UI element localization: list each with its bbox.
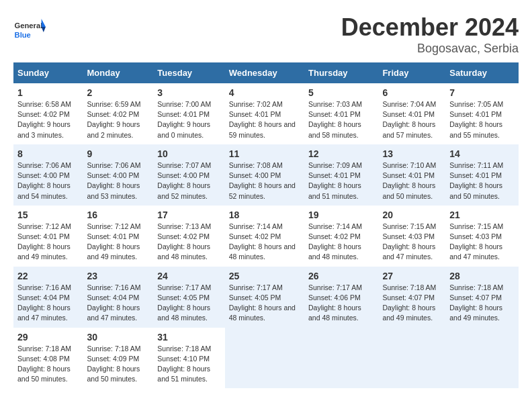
svg-text:General: General [15, 21, 43, 30]
col-wednesday: Wednesday [225, 62, 304, 83]
day-number: 11 [229, 148, 300, 159]
svg-text:Blue: Blue [15, 31, 31, 39]
calendar-cell: 2 Sunrise: 6:59 AMSunset: 4:02 PMDayligh… [83, 83, 154, 144]
day-number: 5 [308, 87, 374, 98]
day-number: 8 [17, 148, 79, 159]
day-info: Sunrise: 7:10 AMSunset: 4:01 PMDaylight:… [382, 161, 441, 201]
calendar-cell: 30 Sunrise: 7:18 AMSunset: 4:09 PMDaylig… [83, 328, 154, 389]
calendar-cell [304, 328, 378, 389]
day-number: 9 [87, 148, 150, 159]
calendar-cell: 31 Sunrise: 7:18 AMSunset: 4:10 PMDaylig… [153, 328, 224, 389]
day-number: 12 [308, 148, 374, 159]
calendar-cell: 14 Sunrise: 7:11 AMSunset: 4:01 PMDaylig… [445, 144, 519, 205]
day-number: 22 [17, 271, 79, 281]
calendar-header: Sunday Monday Tuesday Wednesday Thursday… [13, 62, 519, 83]
day-info: Sunrise: 7:15 AMSunset: 4:03 PMDaylight:… [449, 222, 515, 263]
calendar-cell: 9 Sunrise: 7:06 AMSunset: 4:00 PMDayligh… [83, 144, 154, 205]
day-number: 21 [449, 210, 515, 220]
day-number: 4 [229, 87, 300, 98]
day-number: 14 [449, 148, 515, 159]
day-number: 18 [229, 210, 300, 220]
calendar-cell: 6 Sunrise: 7:04 AMSunset: 4:01 PMDayligh… [378, 83, 445, 144]
day-info: Sunrise: 7:18 AMSunset: 4:08 PMDaylight:… [17, 344, 79, 385]
day-number: 19 [308, 210, 374, 220]
calendar-cell: 20 Sunrise: 7:15 AMSunset: 4:03 PMDaylig… [378, 205, 445, 267]
day-info: Sunrise: 7:02 AMSunset: 4:01 PMDaylight:… [229, 99, 300, 140]
calendar-cell: 28 Sunrise: 7:18 AMSunset: 4:07 PMDaylig… [445, 267, 519, 328]
day-info: Sunrise: 7:18 AMSunset: 4:07 PMDaylight:… [449, 283, 515, 324]
header-row: Sunday Monday Tuesday Wednesday Thursday… [13, 62, 519, 83]
calendar-week-row: 29 Sunrise: 7:18 AMSunset: 4:08 PMDaylig… [13, 328, 519, 389]
day-number: 27 [382, 271, 441, 281]
calendar-cell: 25 Sunrise: 7:17 AMSunset: 4:05 PMDaylig… [225, 267, 304, 328]
calendar-cell: 10 Sunrise: 7:07 AMSunset: 4:00 PMDaylig… [153, 144, 224, 205]
col-sunday: Sunday [13, 62, 83, 83]
day-info: Sunrise: 7:06 AMSunset: 4:00 PMDaylight:… [87, 161, 150, 201]
calendar-cell: 24 Sunrise: 7:17 AMSunset: 4:05 PMDaylig… [153, 267, 224, 328]
calendar-cell [378, 328, 445, 389]
col-thursday: Thursday [304, 62, 378, 83]
calendar-cell: 22 Sunrise: 7:16 AMSunset: 4:04 PMDaylig… [13, 267, 83, 328]
day-number: 15 [17, 210, 79, 220]
day-info: Sunrise: 6:58 AMSunset: 4:02 PMDaylight:… [17, 99, 79, 140]
day-info: Sunrise: 7:08 AMSunset: 4:00 PMDaylight:… [229, 161, 300, 201]
calendar-cell: 4 Sunrise: 7:02 AMSunset: 4:01 PMDayligh… [225, 83, 304, 144]
day-info: Sunrise: 7:00 AMSunset: 4:01 PMDaylight:… [157, 99, 220, 140]
day-number: 7 [449, 87, 515, 98]
col-tuesday: Tuesday [153, 62, 224, 83]
calendar-body: 1 Sunrise: 6:58 AMSunset: 4:02 PMDayligh… [13, 83, 519, 388]
calendar-cell: 3 Sunrise: 7:00 AMSunset: 4:01 PMDayligh… [153, 83, 224, 144]
day-number: 28 [449, 271, 515, 281]
day-number: 26 [308, 271, 374, 281]
day-info: Sunrise: 7:18 AMSunset: 4:07 PMDaylight:… [382, 283, 441, 324]
day-info: Sunrise: 7:09 AMSunset: 4:01 PMDaylight:… [308, 161, 374, 201]
calendar-cell [225, 328, 304, 389]
day-number: 29 [17, 332, 79, 342]
svg-marker-3 [42, 27, 46, 32]
calendar-cell: 15 Sunrise: 7:12 AMSunset: 4:01 PMDaylig… [13, 205, 83, 267]
day-number: 3 [157, 87, 220, 98]
logo-icon: General Blue [13, 13, 46, 46]
day-info: Sunrise: 7:17 AMSunset: 4:05 PMDaylight:… [229, 283, 300, 324]
day-number: 1 [17, 87, 79, 98]
page-title: December 2024 [341, 13, 519, 42]
day-info: Sunrise: 7:17 AMSunset: 4:06 PMDaylight:… [308, 283, 374, 324]
calendar-cell: 18 Sunrise: 7:14 AMSunset: 4:02 PMDaylig… [225, 205, 304, 267]
day-info: Sunrise: 7:17 AMSunset: 4:05 PMDaylight:… [157, 283, 220, 324]
calendar-cell: 21 Sunrise: 7:15 AMSunset: 4:03 PMDaylig… [445, 205, 519, 267]
calendar-cell: 7 Sunrise: 7:05 AMSunset: 4:01 PMDayligh… [445, 83, 519, 144]
day-info: Sunrise: 7:16 AMSunset: 4:04 PMDaylight:… [87, 283, 150, 324]
calendar-cell: 16 Sunrise: 7:12 AMSunset: 4:01 PMDaylig… [83, 205, 154, 267]
calendar-cell: 23 Sunrise: 7:16 AMSunset: 4:04 PMDaylig… [83, 267, 154, 328]
day-info: Sunrise: 7:05 AMSunset: 4:01 PMDaylight:… [449, 99, 515, 140]
calendar-cell: 8 Sunrise: 7:06 AMSunset: 4:00 PMDayligh… [13, 144, 83, 205]
day-number: 6 [382, 87, 441, 98]
day-number: 30 [87, 332, 150, 342]
logo: General Blue [13, 13, 48, 46]
day-number: 31 [157, 332, 220, 342]
calendar-week-row: 15 Sunrise: 7:12 AMSunset: 4:01 PMDaylig… [13, 205, 519, 267]
day-info: Sunrise: 7:18 AMSunset: 4:09 PMDaylight:… [87, 344, 150, 385]
calendar-cell: 29 Sunrise: 7:18 AMSunset: 4:08 PMDaylig… [13, 328, 83, 389]
day-number: 16 [87, 210, 150, 220]
day-info: Sunrise: 7:16 AMSunset: 4:04 PMDaylight:… [17, 283, 79, 324]
col-friday: Friday [378, 62, 445, 83]
day-info: Sunrise: 7:14 AMSunset: 4:02 PMDaylight:… [229, 222, 300, 263]
calendar-cell: 17 Sunrise: 7:13 AMSunset: 4:02 PMDaylig… [153, 205, 224, 267]
calendar-cell [445, 328, 519, 389]
day-info: Sunrise: 7:13 AMSunset: 4:02 PMDaylight:… [157, 222, 220, 263]
day-info: Sunrise: 6:59 AMSunset: 4:02 PMDaylight:… [87, 99, 150, 140]
calendar-week-row: 8 Sunrise: 7:06 AMSunset: 4:00 PMDayligh… [13, 144, 519, 205]
calendar-week-row: 22 Sunrise: 7:16 AMSunset: 4:04 PMDaylig… [13, 267, 519, 328]
day-info: Sunrise: 7:04 AMSunset: 4:01 PMDaylight:… [382, 99, 441, 140]
calendar-cell: 19 Sunrise: 7:14 AMSunset: 4:02 PMDaylig… [304, 205, 378, 267]
col-saturday: Saturday [445, 62, 519, 83]
day-number: 10 [157, 148, 220, 159]
day-info: Sunrise: 7:14 AMSunset: 4:02 PMDaylight:… [308, 222, 374, 263]
day-info: Sunrise: 7:06 AMSunset: 4:00 PMDaylight:… [17, 161, 79, 201]
day-info: Sunrise: 7:15 AMSunset: 4:03 PMDaylight:… [382, 222, 441, 263]
calendar-cell: 27 Sunrise: 7:18 AMSunset: 4:07 PMDaylig… [378, 267, 445, 328]
calendar-table: Sunday Monday Tuesday Wednesday Thursday… [13, 62, 519, 388]
day-info: Sunrise: 7:12 AMSunset: 4:01 PMDaylight:… [87, 222, 150, 263]
day-number: 2 [87, 87, 150, 98]
